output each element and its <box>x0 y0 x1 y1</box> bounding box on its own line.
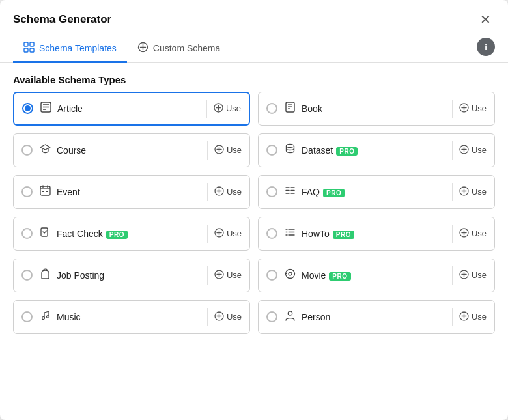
radio-fact-check[interactable] <box>21 228 33 239</box>
custom-schema-icon <box>137 42 148 55</box>
tab-schema-templates[interactable]: Schema Templates <box>13 36 127 63</box>
divider <box>207 141 208 160</box>
tabs-left: Schema Templates Custom Schema <box>13 36 231 62</box>
course-label: Course <box>57 145 201 156</box>
course-use-button[interactable]: Use <box>214 145 242 156</box>
event-label: Event <box>57 187 201 197</box>
faq-use-button[interactable]: Use <box>459 186 487 198</box>
schema-item-person[interactable]: Person Use <box>258 300 495 334</box>
schema-item-course[interactable]: Course Use <box>13 133 250 167</box>
dataset-pro-badge: PRO <box>336 147 358 156</box>
howto-icon <box>284 226 296 242</box>
radio-book[interactable] <box>266 103 277 114</box>
event-icon <box>39 184 51 200</box>
divider <box>452 100 453 118</box>
schema-item-event[interactable]: Event Use <box>13 175 250 209</box>
schema-item-fact-check[interactable]: Fact CheckPRO Use <box>13 217 250 251</box>
fact-check-use-label: Use <box>227 229 242 238</box>
schema-item-dataset[interactable]: DatasetPRO Use <box>258 133 495 167</box>
music-label: Music <box>57 312 201 322</box>
radio-course[interactable] <box>21 145 33 156</box>
svg-rect-3 <box>30 48 34 52</box>
course-use-icon <box>214 145 224 156</box>
svg-rect-33 <box>46 191 48 192</box>
person-use-button[interactable]: Use <box>459 311 487 323</box>
person-use-icon <box>459 311 469 323</box>
divider <box>452 183 453 201</box>
fact-check-use-button[interactable]: Use <box>214 228 242 240</box>
svg-rect-46 <box>41 228 48 236</box>
schema-templates-icon <box>23 42 35 55</box>
radio-article[interactable] <box>22 103 33 114</box>
music-use-button[interactable]: Use <box>214 311 242 323</box>
person-label: Person <box>302 312 445 322</box>
job-posting-use-button[interactable]: Use <box>214 270 242 281</box>
article-use-icon <box>214 103 223 115</box>
radio-job-posting[interactable] <box>21 270 33 281</box>
course-icon <box>39 143 51 158</box>
radio-person[interactable] <box>266 311 277 322</box>
radio-movie[interactable] <box>266 270 277 281</box>
svg-point-62 <box>286 269 295 278</box>
music-use-label: Use <box>227 312 242 322</box>
svg-rect-32 <box>42 191 44 192</box>
article-use-button[interactable]: Use <box>214 103 241 115</box>
movie-pro-badge: PRO <box>329 272 350 281</box>
tab-custom-schema[interactable]: Custom Schema <box>127 36 231 63</box>
radio-dataset[interactable] <box>266 145 277 156</box>
howto-use-button[interactable]: Use <box>459 228 487 240</box>
faq-icon <box>284 184 296 200</box>
dataset-use-icon <box>459 145 469 156</box>
schema-item-job-posting[interactable]: Job Posting Use <box>13 259 250 292</box>
howto-pro-badge: PRO <box>333 231 354 239</box>
schema-item-howto[interactable]: HowToPRO Use <box>258 217 495 251</box>
music-icon <box>39 309 51 325</box>
dataset-icon <box>284 143 296 158</box>
radio-faq[interactable] <box>266 186 277 197</box>
faq-pro-badge: PRO <box>323 189 345 197</box>
howto-use-label: Use <box>472 229 487 238</box>
divider <box>452 141 453 160</box>
schema-item-music[interactable]: Music Use <box>13 300 250 334</box>
close-button[interactable]: ✕ <box>476 12 495 27</box>
divider <box>207 266 208 285</box>
radio-music[interactable] <box>21 311 33 322</box>
event-use-button[interactable]: Use <box>214 186 242 198</box>
dialog-header: Schema Generator ✕ <box>0 0 508 27</box>
info-button[interactable]: i <box>477 38 495 56</box>
dialog-title: Schema Generator <box>13 13 111 26</box>
job-posting-label: Job Posting <box>57 270 201 281</box>
music-use-icon <box>214 311 224 323</box>
faq-use-label: Use <box>472 187 487 197</box>
book-use-button[interactable]: Use <box>459 103 487 115</box>
radio-howto[interactable] <box>266 228 277 239</box>
divider <box>452 308 453 326</box>
divider <box>207 225 208 243</box>
faq-use-icon <box>459 186 469 198</box>
article-icon <box>40 101 52 117</box>
divider <box>452 225 453 243</box>
book-use-label: Use <box>472 104 487 113</box>
svg-rect-1 <box>30 42 34 46</box>
job-posting-use-icon <box>214 270 224 281</box>
schema-generator-dialog: Schema Generator ✕ Schema Templates <box>0 0 508 420</box>
schema-item-book[interactable]: Book Use <box>258 92 495 126</box>
howto-label: HowToPRO <box>302 229 445 239</box>
article-label: Article <box>57 104 200 114</box>
svg-rect-28 <box>40 186 50 195</box>
movie-use-button[interactable]: Use <box>459 270 487 281</box>
svg-point-71 <box>42 316 45 319</box>
article-use-label: Use <box>226 104 241 113</box>
fact-check-icon <box>39 226 51 242</box>
dataset-use-button[interactable]: Use <box>459 145 487 156</box>
schema-item-faq[interactable]: FAQPRO Use <box>258 175 495 209</box>
course-use-label: Use <box>227 145 242 155</box>
schema-item-article[interactable]: Article Use <box>13 92 250 126</box>
schema-item-movie[interactable]: MoviePRO Use <box>258 259 495 292</box>
dataset-use-label: Use <box>472 145 487 155</box>
divider <box>207 308 208 326</box>
book-icon <box>284 101 296 117</box>
dataset-label: DatasetPRO <box>302 145 445 156</box>
divider <box>452 266 453 285</box>
radio-event[interactable] <box>21 186 33 197</box>
